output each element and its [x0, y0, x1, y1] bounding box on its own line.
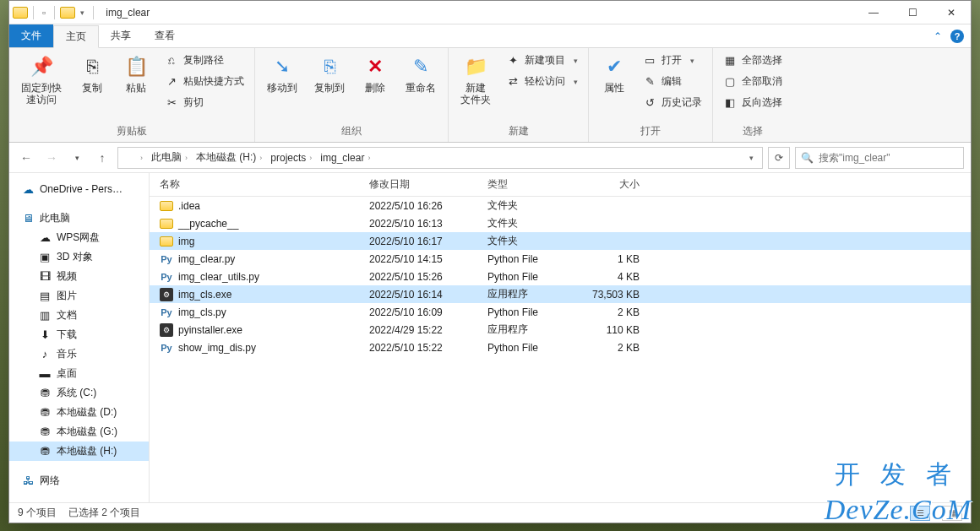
rename-button[interactable]: ✎重命名: [400, 51, 441, 97]
paste-shortcut-button[interactable]: ↗粘贴快捷方式: [161, 73, 248, 90]
tab-file[interactable]: 文件: [9, 24, 53, 47]
nav-item[interactable]: ♪音乐: [9, 344, 149, 364]
history-icon: ↺: [643, 96, 656, 110]
file-row[interactable]: ⚙img_cls.exe2022/5/10 16:14应用程序73,503 KB: [150, 285, 971, 303]
nav-onedrive[interactable]: ☁OneDrive - Pers…: [9, 180, 149, 198]
crumb-drive[interactable]: 本地磁盘 (H:)›: [193, 150, 265, 165]
nav-item[interactable]: ▣3D 对象: [9, 247, 149, 267]
nav-item[interactable]: ▬桌面: [9, 364, 149, 383]
qat-button[interactable]: ▫: [39, 7, 49, 19]
python-file-icon: Py: [160, 306, 173, 319]
file-row[interactable]: .idea2022/5/10 16:26文件夹: [150, 197, 971, 214]
label: 粘贴: [126, 82, 146, 94]
delete-icon: ✕: [362, 55, 388, 79]
delete-button[interactable]: ✕删除: [357, 51, 394, 97]
address-dropdown[interactable]: ▾: [744, 154, 759, 162]
search-icon: 🔍: [801, 152, 814, 164]
crumb-folder[interactable]: img_clear›: [317, 152, 373, 164]
file-row[interactable]: Pyimg_clear_utils.py2022/5/10 15:26Pytho…: [150, 268, 971, 285]
search-input[interactable]: [819, 152, 958, 164]
label: 本地磁盘 (H:): [196, 150, 256, 165]
nav-network[interactable]: 🖧网络: [9, 471, 149, 490]
nav-this-pc[interactable]: 🖥此电脑: [9, 209, 149, 228]
label: 本地磁盘 (H:): [57, 444, 117, 458]
file-name: img_cls.py: [178, 306, 226, 318]
collapse-ribbon-button[interactable]: ⌃: [934, 30, 942, 42]
refresh-button[interactable]: ⟳: [768, 147, 790, 169]
back-button[interactable]: ←: [16, 148, 36, 168]
select-none-button[interactable]: ▢全部取消: [720, 73, 786, 90]
nav-item-icon: ▤: [38, 290, 52, 303]
minimize-button[interactable]: ―: [854, 1, 893, 24]
file-row[interactable]: __pycache__2022/5/10 16:13文件夹: [150, 214, 971, 232]
pin-quick-access-button[interactable]: 📌 固定到快 速访问: [16, 51, 67, 110]
new-folder-button[interactable]: 📁新建 文件夹: [455, 51, 496, 110]
file-size: 110 KB: [589, 324, 648, 336]
crumb-projects[interactable]: projects›: [267, 152, 315, 164]
ribbon-group-open: ✔属性 ▭打开▾ ✎编辑 ↺历史记录 打开: [589, 48, 713, 142]
copy-button[interactable]: ⎘ 复制: [74, 51, 111, 97]
nav-item-icon: ⬇: [38, 328, 52, 342]
paste-button[interactable]: 📋 粘贴: [117, 51, 155, 97]
ribbon-group-clipboard: 📌 固定到快 速访问 ⎘ 复制 📋 粘贴 ⎌复制路径 ↗粘贴快捷方式 ✂剪切 剪…: [9, 48, 255, 142]
nav-item[interactable]: ⛃本地磁盘 (G:): [9, 422, 149, 442]
col-date[interactable]: 修改日期: [369, 177, 487, 192]
tab-view[interactable]: 查看: [143, 24, 187, 47]
label: WPS网盘: [57, 230, 100, 245]
cut-button[interactable]: ✂剪切: [161, 94, 248, 111]
col-size[interactable]: 大小: [589, 177, 648, 192]
properties-button[interactable]: ✔属性: [596, 51, 633, 97]
up-button[interactable]: ↑: [92, 148, 112, 168]
tab-home[interactable]: 主页: [53, 25, 99, 48]
nav-item[interactable]: 🎞视频: [9, 267, 149, 286]
file-type: Python File: [487, 253, 589, 265]
history-button[interactable]: ↺历史记录: [640, 94, 705, 111]
file-row[interactable]: Pyimg_clear.py2022/5/10 14:15Python File…: [150, 250, 971, 268]
select-all-button[interactable]: ▦全部选择: [720, 51, 786, 69]
close-button[interactable]: ✕: [932, 1, 971, 24]
file-size: 1 KB: [589, 253, 648, 265]
tab-share[interactable]: 共享: [99, 24, 143, 47]
address-bar[interactable]: › 此电脑› 本地磁盘 (H:)› projects› img_clear› ▾: [117, 147, 763, 169]
nav-item[interactable]: ☁WPS网盘: [9, 228, 149, 247]
copy-to-button[interactable]: ⎘复制到: [309, 51, 350, 97]
nav-item[interactable]: ⛃系统 (C:): [9, 383, 149, 403]
open-button[interactable]: ▭打开▾: [640, 51, 705, 69]
navigation-pane: ☁OneDrive - Pers… 🖥此电脑 ☁WPS网盘▣3D 对象🎞视频▤图…: [9, 173, 150, 502]
nav-item[interactable]: ⛃本地磁盘 (H:): [9, 442, 149, 461]
easy-access-button[interactable]: ⇄轻松访问▾: [503, 73, 581, 90]
help-icon[interactable]: ?: [950, 30, 964, 43]
maximize-button[interactable]: ☐: [893, 1, 932, 24]
col-name[interactable]: 名称: [150, 177, 369, 192]
move-to-button[interactable]: ➘移动到: [262, 51, 302, 97]
nav-item[interactable]: ⬇下载: [9, 325, 149, 344]
nav-item[interactable]: ▥文档: [9, 306, 149, 325]
file-row[interactable]: img2022/5/10 16:17文件夹: [150, 232, 971, 250]
folder-icon: [122, 153, 135, 163]
ribbon: 📌 固定到快 速访问 ⎘ 复制 📋 粘贴 ⎌复制路径 ↗粘贴快捷方式 ✂剪切 剪…: [9, 48, 971, 143]
nav-item-icon: ⛃: [38, 445, 52, 458]
file-row[interactable]: Pyshow_img_dis.py2022/5/10 15:22Python F…: [150, 339, 971, 356]
file-row[interactable]: ⚙pyinstaller.exe2022/4/29 15:22应用程序110 K…: [150, 321, 971, 339]
recent-locations-button[interactable]: ▾: [67, 148, 87, 168]
invert-selection-button[interactable]: ◧反向选择: [720, 94, 786, 111]
label: 新建 文件夹: [460, 82, 491, 106]
view-large-icons-button[interactable]: ▦: [942, 506, 962, 521]
new-item-button[interactable]: ✦新建项目▾: [503, 51, 581, 69]
folder-icon: [160, 219, 173, 229]
crumb-chevron[interactable]: ›: [137, 154, 146, 162]
search-box[interactable]: 🔍: [795, 147, 964, 169]
file-name: .idea: [178, 200, 200, 212]
nav-item[interactable]: ⛃本地磁盘 (D:): [9, 403, 149, 422]
edit-button[interactable]: ✎编辑: [640, 73, 705, 90]
copy-path-button[interactable]: ⎌复制路径: [161, 51, 248, 69]
qat-dropdown[interactable]: ▾: [77, 8, 88, 17]
file-type: 文件夹: [487, 234, 589, 248]
view-details-button[interactable]: ☰: [910, 506, 930, 521]
nav-item[interactable]: ▤图片: [9, 286, 149, 306]
file-row[interactable]: Pyimg_cls.py2022/5/10 16:09Python File2 …: [150, 303, 971, 321]
crumb-this-pc[interactable]: 此电脑›: [148, 150, 191, 165]
forward-button[interactable]: →: [41, 148, 62, 168]
col-type[interactable]: 类型: [487, 177, 589, 192]
label: 剪切: [183, 95, 204, 110]
